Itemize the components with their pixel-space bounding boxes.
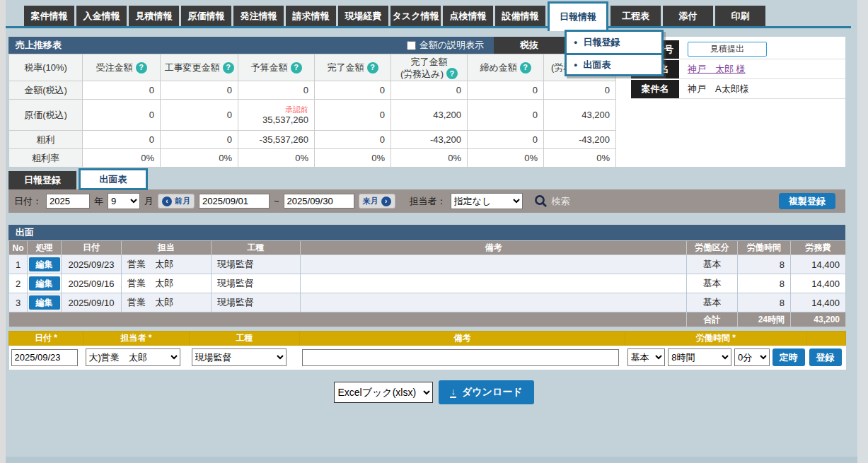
- cell-category: 基本: [687, 293, 738, 312]
- approval-note: 承認前: [238, 105, 308, 115]
- staff-select[interactable]: 指定なし: [451, 193, 523, 209]
- fixed-time-button[interactable]: 定時: [772, 348, 805, 366]
- tax-excluded-button[interactable]: 税抜: [494, 37, 565, 54]
- project-name-value: 神戸 A太郎様: [679, 83, 749, 95]
- nav-tab-seikyu[interactable]: 請求情報: [286, 6, 336, 26]
- cell-staff: 営業 太郎: [122, 274, 212, 293]
- nav-tab-nyukin[interactable]: 入金情報: [76, 6, 127, 26]
- entry-col-action: [807, 332, 846, 346]
- cell-cost: 14,400: [791, 255, 846, 274]
- filter-bar: 日付： 年 9 月 ‹ 前月 ~ 来月 › 担当者： 指定なし 検索 複製登録: [8, 189, 845, 213]
- table-row: 粗利率 0% 0% 0% 0% 0% 0% 0%: [9, 149, 616, 168]
- entry-category-select[interactable]: 基本: [627, 348, 666, 366]
- entry-col-staff: 担当者 *: [83, 332, 190, 346]
- entry-staff-select[interactable]: 大)営業 太郎: [86, 348, 180, 366]
- cell-value: 0: [468, 131, 544, 149]
- nav-tab-tempu[interactable]: 添付: [663, 6, 713, 26]
- sales-col-complete-amount: 完了金額?: [315, 54, 391, 81]
- table-row: 金額(税込) 0 0 0 0 0 0 0: [9, 81, 616, 100]
- dropdown-item-demen-hyo[interactable]: ● 出面表: [567, 53, 661, 74]
- copy-register-button[interactable]: 複製登録: [779, 193, 835, 209]
- entry-note-input[interactable]: [302, 349, 619, 366]
- date-from-input[interactable]: [199, 194, 270, 209]
- estimate-submit-button[interactable]: 見積提出: [688, 42, 767, 57]
- cell-value: -35,537,260: [238, 131, 315, 149]
- edit-button[interactable]: 編集: [29, 257, 60, 271]
- customer-name-link[interactable]: 神戸 太郎 様: [679, 63, 746, 76]
- nav-tab-task[interactable]: タスク情報: [390, 6, 441, 26]
- help-icon[interactable]: ?: [136, 62, 147, 74]
- help-icon[interactable]: ?: [446, 68, 458, 79]
- entry-date-input[interactable]: [11, 349, 78, 366]
- table-row: 2 編集 2025/09/16 営業 太郎 現場監督 基本 8 14,400: [9, 274, 846, 293]
- month-select[interactable]: 9: [108, 193, 140, 209]
- nav-tab-kotei[interactable]: 工程表: [611, 6, 661, 26]
- cell-date: 2025/09/16: [62, 274, 122, 293]
- cell-value: 0: [161, 81, 238, 100]
- export-format-select[interactable]: Excelブック(xlsx): [334, 382, 433, 403]
- prev-month-button[interactable]: ‹ 前月: [158, 194, 195, 209]
- entry-col-note: 備考: [300, 332, 625, 346]
- nav-tab-genka[interactable]: 原価情報: [181, 6, 231, 26]
- cell-date: 2025/09/10: [62, 293, 122, 312]
- search-button[interactable]: 検索: [534, 194, 570, 208]
- cell-staff: 営業 太郎: [122, 255, 212, 274]
- cell-value: 0%: [315, 149, 391, 168]
- cell-value: 0%: [83, 149, 161, 168]
- cell-work: 現場監督: [212, 274, 301, 293]
- cell-value: 0: [468, 100, 544, 131]
- subtab-demen-hyo[interactable]: 出面表: [79, 168, 148, 190]
- nav-tab-insatsu[interactable]: 印刷: [715, 6, 765, 26]
- cell-value: -43,200: [391, 131, 468, 149]
- cell-value: 0: [161, 131, 238, 149]
- col-action: 処理: [28, 241, 62, 255]
- cell-work: 現場監督: [212, 293, 301, 312]
- col-labor-cost: 労務費: [791, 241, 846, 255]
- amount-description-checkbox[interactable]: [407, 41, 416, 50]
- entry-hours-select[interactable]: 8時間: [668, 348, 731, 366]
- nav-tab-setsubi[interactable]: 設備情報: [495, 6, 545, 26]
- sales-title: 売上推移表: [8, 39, 407, 52]
- nav-tab-tenken[interactable]: 点検情報: [443, 6, 493, 26]
- cell-value: 0: [83, 100, 161, 131]
- total-row: 合計 24時間 43,200: [9, 312, 846, 327]
- project-name-label: 案件名: [631, 80, 679, 98]
- cell-value: 0: [315, 81, 391, 100]
- help-icon[interactable]: ?: [367, 62, 378, 74]
- nav-tab-hacchu[interactable]: 発注情報: [233, 6, 284, 26]
- cell-note: [301, 293, 687, 312]
- register-button[interactable]: 登録: [809, 348, 842, 366]
- col-date: 日付: [62, 241, 122, 255]
- help-icon[interactable]: ?: [291, 62, 302, 74]
- edit-button[interactable]: 編集: [29, 295, 60, 310]
- dropdown-item-nippo-toroku[interactable]: ● 日報登録: [567, 32, 661, 53]
- cell-date: 2025/09/23: [62, 255, 122, 274]
- cell-value: 43,200: [544, 100, 616, 131]
- entry-work-select[interactable]: 現場監督: [192, 348, 287, 366]
- edit-button[interactable]: 編集: [29, 276, 60, 291]
- col-staff: 担当: [122, 241, 212, 255]
- nav-tab-nippo-active[interactable]: 日報情報: [548, 1, 608, 31]
- cell-value: 0: [391, 81, 468, 100]
- date-to-input[interactable]: [284, 194, 354, 209]
- row-no: 2: [9, 274, 28, 293]
- nav-tab-anken[interactable]: 案件情報: [24, 6, 74, 26]
- search-icon: [534, 194, 548, 208]
- month-suffix-label: 月: [144, 195, 154, 208]
- sales-col-change-amount: 工事変更金額?: [161, 54, 238, 81]
- sales-col-complete-labor: 完了金額 (労務込み)?: [391, 54, 468, 81]
- sales-panel: 売上推移表 金額の説明表示 税抜 税率(10%) 受注金額? 工事変更金額? 予…: [8, 37, 845, 167]
- year-input[interactable]: [46, 194, 90, 209]
- next-month-button[interactable]: 来月 ›: [359, 194, 395, 209]
- row-no: 3: [9, 293, 28, 312]
- help-icon[interactable]: ?: [223, 62, 234, 74]
- subtab-nippo-toroku[interactable]: 日報登録: [8, 171, 76, 189]
- help-icon[interactable]: ?: [520, 62, 531, 74]
- nippo-dropdown-menu: ● 日報登録 ● 出面表: [565, 30, 664, 76]
- entry-minutes-select[interactable]: 0分: [734, 348, 770, 366]
- nav-tab-mitsumori[interactable]: 見積情報: [129, 6, 179, 26]
- download-button[interactable]: ↓ ダウンロード: [439, 380, 533, 404]
- amount-description-label: 金額の説明表示: [419, 39, 484, 52]
- nav-tab-genba-keihi[interactable]: 現場経費: [338, 6, 388, 26]
- entry-header-row: 日付 * 担当者 * 工種 備考 労働時間 *: [9, 332, 846, 346]
